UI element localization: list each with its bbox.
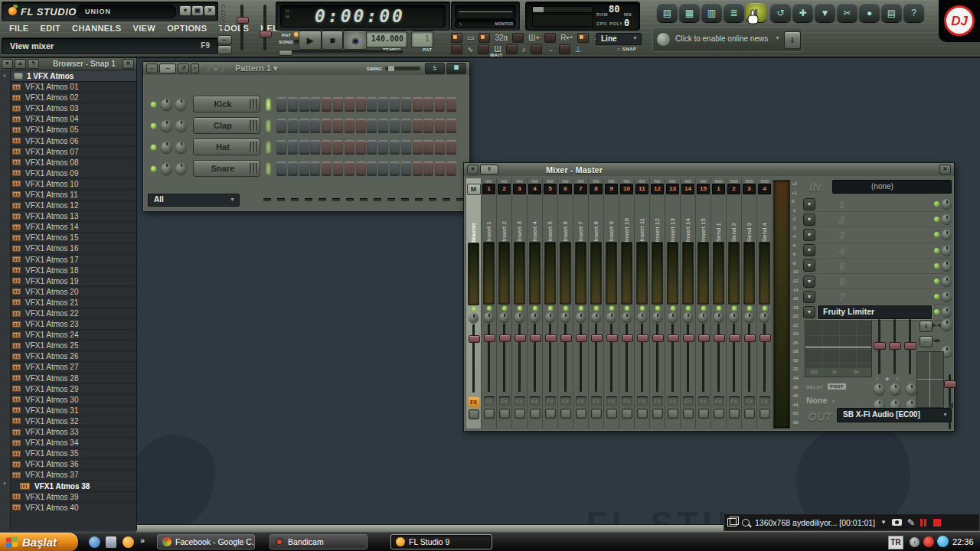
save-new-button[interactable]: ✚ [792,3,813,22]
eq-band-slider[interactable] [904,319,915,374]
strip-pan-knob[interactable] [499,312,509,322]
eq-band-slider[interactable] [874,319,884,374]
step-cell[interactable] [322,140,332,155]
step-cell[interactable] [367,161,377,176]
strip-enable-led[interactable] [701,306,706,311]
strip-pan-knob[interactable] [576,312,586,322]
strip-enable-led[interactable] [518,306,522,311]
step-cell[interactable] [299,119,309,133]
slide-notes-toggle[interactable] [506,44,518,54]
strip-dock-icon[interactable] [683,409,694,419]
step-cell[interactable] [446,161,456,176]
fader-handle[interactable] [560,334,572,342]
mixer-strip-insert-7[interactable]: INS7Insert 7FX [573,178,589,429]
strip-dock-icon[interactable] [591,409,602,419]
slot-menu-icon[interactable]: ▼ [803,229,815,241]
effect-slot-7[interactable]: ▼7 [803,289,952,305]
strip-pan-knob[interactable] [545,312,555,322]
fx-enable-badge[interactable]: FX [744,396,755,406]
step-cell[interactable] [276,161,286,176]
step-cell[interactable] [367,97,377,112]
log-notes-button[interactable]: ▤ [881,3,902,22]
strip-volume-fader[interactable] [621,322,632,393]
mixer-titlebar[interactable]: ▼ ‖ Mixer - Master ✕ [464,163,954,176]
strip-volume-fader[interactable] [529,322,541,393]
fx-enable-badge[interactable]: FX [606,396,617,406]
step-cell[interactable] [299,140,309,155]
step-cell[interactable] [288,119,298,133]
strip-pan-knob[interactable] [652,312,662,322]
step-cell[interactable] [435,140,445,155]
browser-item[interactable]: VFX1 Atmos 17 [0,255,136,266]
step-cell[interactable] [288,140,298,155]
strip-pan-knob[interactable] [530,312,540,322]
mixer-strip-send-1[interactable]: SND1Send 1FX [711,178,727,429]
strip-enable-led[interactable] [579,306,583,311]
browser-up-icon[interactable]: ▲ [15,59,26,69]
channel-pan-knob[interactable] [161,99,172,110]
fx-enable-badge[interactable]: FX [484,396,495,406]
eq-band-handle[interactable] [874,342,886,350]
fader-handle[interactable] [622,334,633,342]
step-cell[interactable] [378,161,388,176]
strip-enable-led[interactable] [502,306,507,311]
strip-enable-led[interactable] [763,306,767,311]
mouse-wheel-toggle[interactable] [451,44,462,54]
fx-enable-badge[interactable]: FX [591,396,602,406]
channel-enable-led[interactable] [151,166,156,171]
strip-dock-icon[interactable] [560,409,571,419]
save-button[interactable]: ▼ [815,3,835,22]
step-cell[interactable] [356,161,366,176]
browser-close-icon[interactable]: ✕ [122,59,134,69]
mixer-strip-send-2[interactable]: SND2Send 2FX [727,178,742,429]
channel-pan-knob[interactable] [161,163,172,174]
strip-volume-fader[interactable] [606,322,617,393]
step-cell[interactable] [356,97,366,112]
fader-handle[interactable] [714,334,725,342]
eq-band-handle[interactable] [889,342,901,350]
strip-dock-icon[interactable] [469,409,479,419]
browser-item[interactable]: VFX1 Atmos 35 [0,448,136,459]
browser-item[interactable]: VFX1 Atmos 11 [0,190,136,201]
step-cell[interactable] [288,97,298,112]
window-select-icon[interactable] [727,518,737,527]
step-cell[interactable] [413,119,423,133]
browser-item[interactable]: VFX1 Atmos 40 [0,503,136,513]
quicklaunch-app-icon[interactable] [106,536,116,548]
browser-item[interactable]: VFX1 Atmos 03 [0,103,136,114]
strip-volume-fader[interactable] [483,322,495,393]
pause-icon[interactable] [920,516,928,530]
step-cell[interactable] [390,161,400,176]
strip-enable-led[interactable] [548,306,553,311]
strip-pan-knob[interactable] [668,312,678,322]
punch-toggle[interactable] [559,44,570,54]
step-cell[interactable] [322,97,332,112]
task-button-flstudio[interactable]: FL Studio 9 [390,534,492,549]
channel-volume-knob[interactable] [175,163,187,174]
record-button[interactable]: ◉ [343,31,368,50]
mixer-strip-insert-11[interactable]: INS11Insert 11FX [635,178,650,429]
channel-mute-led[interactable] [266,120,270,132]
channel-enable-led[interactable] [151,123,156,129]
quicklaunch-ball-icon[interactable] [122,536,134,548]
menu-item-channels[interactable]: CHANNELS [72,24,121,33]
shuffle-slider[interactable] [280,51,403,54]
browser-item[interactable]: VFX1 Atmos 10 [0,179,136,190]
main-volume-slider[interactable] [240,5,243,51]
step-cell[interactable] [356,119,366,133]
stop-button[interactable]: ■ [322,31,343,50]
effect-slot-6[interactable]: ▼6 [803,274,952,289]
pencil-icon[interactable]: ✎ [907,517,915,528]
strip-dock-icon[interactable] [652,409,663,419]
browser-item[interactable]: VFX1 Atmos 19 [0,276,136,287]
channel-mute-led[interactable] [266,99,270,110]
slot-mix-knob[interactable] [942,261,952,271]
strip-dock-icon[interactable] [530,409,541,419]
mixer-strip-insert-15[interactable]: INS15Insert 15FX [696,178,711,429]
menu-item-file[interactable]: FILE [9,24,28,33]
step-cell[interactable] [310,161,320,176]
keyboard-editor-button[interactable]: ▦ [446,63,466,74]
fader-handle[interactable] [668,334,679,342]
pat-mode-label[interactable]: PAT [282,33,291,37]
strip-dock-icon[interactable] [668,409,678,419]
